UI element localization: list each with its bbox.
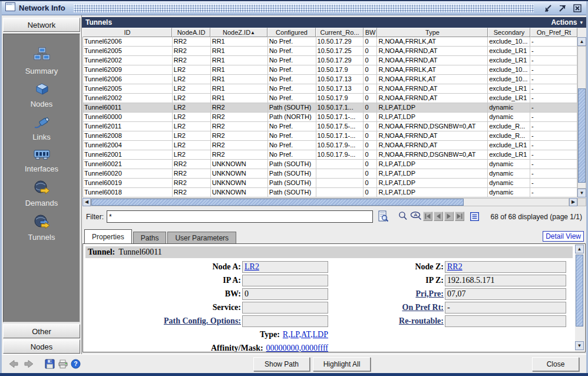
table-cell[interactable]: - — [530, 113, 577, 122]
table-cell[interactable]: Tunnel62008 — [83, 131, 173, 141]
column-header-current-ro-[interactable]: Current_Ro... — [316, 28, 364, 37]
table-cell[interactable]: LR2 — [173, 150, 211, 160]
table-cell[interactable]: RR2 — [173, 56, 211, 65]
table-cell[interactable]: R,NOAA,FRRND,AT — [377, 141, 488, 150]
table-cell[interactable]: 10.50.17.13 — [316, 75, 364, 84]
tab-user-parameters[interactable]: User Parameters — [167, 232, 236, 243]
table-cell[interactable]: 0 — [364, 103, 377, 113]
table-cell[interactable]: exclude_10... — [488, 37, 530, 47]
back-icon[interactable] — [8, 359, 19, 370]
table-cell[interactable] — [316, 188, 364, 197]
table-row[interactable]: Tunnel60018RR2UNKNOWNPath (SOUTH)0R,LP,A… — [83, 188, 577, 197]
table-cell[interactable]: 0 — [364, 56, 377, 65]
close-button[interactable]: Close — [532, 357, 579, 371]
table-cell[interactable]: RR1 — [211, 75, 268, 84]
save-icon[interactable] — [45, 359, 55, 370]
table-cell[interactable]: 0 — [364, 131, 377, 141]
table-cell[interactable]: - — [530, 150, 577, 160]
tab-properties[interactable]: Properties — [84, 229, 132, 243]
help-icon[interactable]: ? — [71, 359, 81, 370]
table-row[interactable]: Tunnel62005LR2RR1No Pref.10.50.17.130R,N… — [83, 84, 577, 94]
table-cell[interactable] — [316, 160, 364, 169]
table-cell[interactable]: RR1 — [211, 65, 268, 75]
table-cell[interactable]: RR2 — [211, 131, 268, 141]
table-cell[interactable]: Path (SOUTH) — [268, 179, 316, 188]
table-cell[interactable]: RR2 — [211, 103, 268, 113]
scroll-up-icon[interactable]: ▲ — [577, 37, 586, 46]
property-label-link[interactable]: Pri,Pre: — [331, 289, 445, 299]
column-header-type[interactable]: Type — [377, 28, 488, 37]
table-cell[interactable] — [316, 169, 364, 179]
table-cell[interactable]: R,LP,AT,LDP — [377, 169, 488, 179]
table-cell[interactable]: R,NOAA,FRRND,DSGNBW=0,AT — [377, 150, 488, 160]
highlight-all-button[interactable]: Highlight All — [313, 357, 371, 371]
column-header-nodez-id[interactable]: NodeZ.ID ▲ — [210, 28, 267, 37]
property-value-link[interactable]: RR2 — [447, 262, 463, 271]
scroll-down-icon[interactable]: ▼ — [575, 341, 584, 350]
table-cell[interactable]: RR2 — [173, 160, 211, 169]
table-cell[interactable]: 0 — [364, 160, 377, 169]
table-cell[interactable]: exclude_R... — [488, 122, 530, 131]
table-row[interactable]: Tunnel60000LR2RR2Path (NORTH)10.50.17.1-… — [83, 113, 577, 122]
table-cell[interactable]: 10.50.17.25 — [316, 47, 364, 56]
first-page-icon[interactable] — [423, 212, 432, 221]
table-cell[interactable]: Path (SOUTH) — [268, 103, 316, 113]
table-cell[interactable]: 10.50.17.9 — [316, 94, 364, 103]
table-cell[interactable]: - — [530, 84, 577, 94]
table-row[interactable]: Tunnel62006LR2RR1No Pref.10.50.17.130R,N… — [83, 75, 577, 84]
table-cell[interactable]: - — [530, 56, 577, 65]
table-cell[interactable]: 0 — [364, 150, 377, 160]
table-cell[interactable]: RR2 — [173, 188, 211, 197]
table-cell[interactable]: 10.50.17.1-... — [316, 113, 364, 122]
table-cell[interactable]: R,NOAA,FRRLK,AT — [377, 75, 488, 84]
table-cell[interactable]: No Pref. — [268, 131, 316, 141]
column-header-configured[interactable]: Configured — [267, 28, 316, 37]
table-cell[interactable] — [316, 179, 364, 188]
table-cell[interactable]: dynamic — [488, 113, 530, 122]
table-cell[interactable]: Tunnel62006 — [83, 75, 173, 84]
prev-page-icon[interactable] — [434, 212, 443, 221]
property-value-link[interactable]: R,LP,AT,LDP — [283, 330, 328, 339]
table-cell[interactable]: R,NOAA,FRRND,DSGNBW=0,AT — [377, 122, 488, 131]
table-row[interactable]: Tunnel62008LR2RR2No Pref.10.50.17.1-...0… — [83, 131, 577, 141]
table-cell[interactable]: - — [530, 103, 577, 113]
table-cell[interactable]: LR2 — [173, 122, 211, 131]
nodes-section-button[interactable]: Nodes — [3, 339, 80, 354]
scroll-thumb[interactable] — [576, 255, 583, 326]
table-cell[interactable]: exclude_LR1 — [488, 150, 530, 160]
sidebar-item-links[interactable]: Links — [4, 115, 80, 141]
table-cell[interactable]: LR2 — [173, 103, 211, 113]
table-cell[interactable]: 0 — [364, 84, 377, 94]
table-cell[interactable]: RR1 — [211, 47, 268, 56]
table-cell[interactable]: No Pref. — [268, 94, 316, 103]
table-cell[interactable]: RR2 — [211, 113, 268, 122]
scroll-up-icon[interactable]: ▲ — [575, 245, 584, 253]
table-cell[interactable]: RR2 — [173, 37, 211, 47]
table-cell[interactable]: Tunnel62011 — [83, 122, 173, 131]
table-cell[interactable]: LR2 — [173, 113, 211, 122]
last-page-icon[interactable] — [455, 212, 464, 221]
list-view-icon[interactable] — [470, 212, 479, 223]
table-cell[interactable]: LR2 — [173, 65, 211, 75]
tab-paths[interactable]: Paths — [133, 232, 167, 243]
table-cell[interactable]: R,NOAA,FRRLK,AT — [377, 65, 488, 75]
table-cell[interactable]: - — [530, 37, 577, 47]
table-row[interactable]: Tunnel62005RR2RR1No Pref.10.50.17.250R,N… — [83, 47, 577, 56]
print-icon[interactable] — [58, 359, 68, 370]
table-cell[interactable]: Tunnel62004 — [83, 141, 173, 150]
table-cell[interactable]: exclude_R... — [488, 131, 530, 141]
table-cell[interactable]: R,NOAA,FRRND,AT — [377, 84, 488, 94]
close-icon[interactable] — [572, 3, 583, 13]
property-label-link[interactable]: Path Config. Options: — [85, 316, 242, 326]
table-cell[interactable]: 0 — [364, 169, 377, 179]
table-cell[interactable]: R,NOAA,FRRND,AT — [377, 47, 488, 56]
table-cell[interactable]: No Pref. — [268, 47, 316, 56]
table-cell[interactable]: RR2 — [211, 141, 268, 150]
table-row[interactable]: Tunnel62011LR2RR2No Pref.10.50.17.5-...0… — [83, 122, 577, 131]
forward-icon[interactable] — [24, 359, 34, 370]
table-cell[interactable]: exclude_LR1 — [488, 141, 530, 150]
table-cell[interactable]: 0 — [364, 37, 377, 47]
table-row[interactable]: Tunnel62006RR2RR1No Pref.10.50.17.290R,N… — [83, 37, 577, 47]
table-cell[interactable]: exclude_10... — [488, 65, 530, 75]
table-cell[interactable]: LR2 — [173, 131, 211, 141]
